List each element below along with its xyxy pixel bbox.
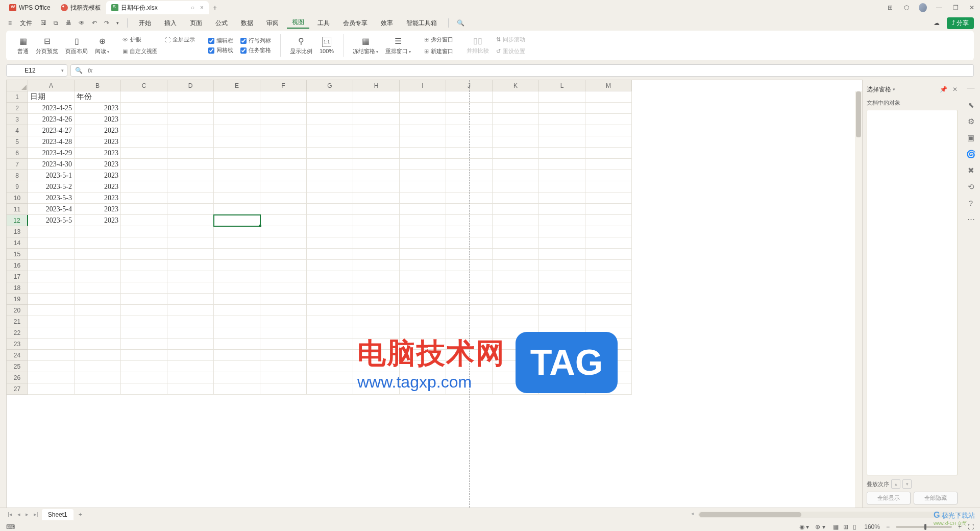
cube-icon[interactable]: ⬡ bbox=[902, 4, 911, 11]
cell[interactable] bbox=[260, 372, 307, 383]
row-header[interactable]: 5 bbox=[7, 136, 28, 148]
cell[interactable] bbox=[539, 260, 585, 271]
cell[interactable] bbox=[400, 327, 446, 339]
cell[interactable] bbox=[121, 316, 167, 327]
input-mode-icon[interactable]: ⌨ bbox=[6, 523, 15, 530]
view-page-layout[interactable]: ▯页面布局 bbox=[62, 33, 91, 58]
cell[interactable] bbox=[260, 136, 307, 148]
cell[interactable] bbox=[307, 249, 353, 260]
cell[interactable] bbox=[493, 215, 539, 226]
row-header[interactable]: 3 bbox=[7, 114, 28, 125]
cell[interactable] bbox=[353, 339, 400, 350]
cell[interactable] bbox=[493, 148, 539, 159]
cell[interactable] bbox=[167, 260, 214, 271]
cell[interactable] bbox=[493, 125, 539, 136]
cell[interactable] bbox=[307, 125, 353, 136]
cell[interactable] bbox=[400, 339, 446, 350]
fx-icon[interactable]: fx bbox=[88, 67, 92, 74]
collapse-icon[interactable]: — bbox=[967, 83, 975, 91]
cell[interactable] bbox=[214, 294, 260, 305]
cell[interactable] bbox=[493, 327, 539, 339]
cell[interactable] bbox=[539, 350, 585, 361]
cell[interactable] bbox=[167, 316, 214, 327]
cell[interactable] bbox=[493, 136, 539, 148]
cell[interactable] bbox=[121, 237, 167, 249]
cell[interactable] bbox=[307, 91, 353, 103]
cell[interactable] bbox=[585, 114, 632, 125]
cell[interactable] bbox=[28, 305, 75, 316]
cell[interactable] bbox=[121, 282, 167, 294]
chart-icon[interactable]: 🌀 bbox=[966, 150, 976, 159]
cell[interactable] bbox=[75, 361, 121, 372]
redo-icon[interactable]: ↷ bbox=[102, 19, 111, 27]
cell[interactable] bbox=[121, 136, 167, 148]
cell[interactable] bbox=[214, 114, 260, 125]
cell[interactable]: 2023-5-3 bbox=[28, 192, 75, 204]
arrange-windows[interactable]: ☰重排窗口 bbox=[382, 33, 414, 58]
select-icon[interactable]: ⬉ bbox=[968, 101, 974, 110]
view-normal-icon[interactable]: ▦ bbox=[831, 523, 840, 530]
cell[interactable] bbox=[307, 103, 353, 114]
cell[interactable] bbox=[167, 282, 214, 294]
cell[interactable] bbox=[167, 271, 214, 282]
cell[interactable] bbox=[307, 226, 353, 237]
cell[interactable] bbox=[260, 170, 307, 181]
cell[interactable] bbox=[214, 148, 260, 159]
cell[interactable] bbox=[121, 327, 167, 339]
cell[interactable] bbox=[121, 271, 167, 282]
cell[interactable] bbox=[307, 383, 353, 395]
cell[interactable]: 2023-4-30 bbox=[28, 159, 75, 170]
save-icon[interactable]: 🖫 bbox=[38, 19, 48, 27]
menu-icon[interactable]: ≡ bbox=[6, 19, 14, 27]
column-header[interactable]: F bbox=[260, 80, 307, 91]
sheet-nav-first[interactable]: |◂ bbox=[6, 511, 14, 518]
cell[interactable] bbox=[28, 316, 75, 327]
zoom-out[interactable]: − bbox=[886, 523, 890, 530]
cell[interactable] bbox=[214, 192, 260, 204]
cell[interactable] bbox=[353, 271, 400, 282]
split-window[interactable]: ⊞拆分窗口 bbox=[424, 35, 453, 44]
cell[interactable] bbox=[585, 316, 632, 327]
cell[interactable] bbox=[75, 294, 121, 305]
cell[interactable] bbox=[167, 226, 214, 237]
sheet-nav-prev[interactable]: ◂ bbox=[16, 511, 22, 518]
focus-icon[interactable]: ⊕ ▾ bbox=[815, 523, 825, 530]
cell[interactable] bbox=[167, 170, 214, 181]
cell[interactable] bbox=[214, 249, 260, 260]
view-read[interactable]: ⊕阅读 bbox=[92, 33, 112, 58]
cell[interactable] bbox=[585, 294, 632, 305]
cell[interactable] bbox=[307, 204, 353, 215]
chevron-down-icon[interactable]: ▾ bbox=[61, 68, 64, 73]
cell[interactable] bbox=[260, 294, 307, 305]
cell[interactable] bbox=[585, 170, 632, 181]
cell[interactable] bbox=[539, 361, 585, 372]
new-window[interactable]: ⊞新建窗口 bbox=[424, 46, 453, 56]
avatar[interactable] bbox=[919, 3, 927, 12]
view-page-preview[interactable]: ⊟分页预览 bbox=[33, 33, 61, 58]
name-box[interactable]: ▾ bbox=[6, 64, 67, 77]
cell[interactable] bbox=[400, 114, 446, 125]
cell[interactable] bbox=[260, 305, 307, 316]
cell[interactable] bbox=[493, 260, 539, 271]
cell[interactable] bbox=[260, 215, 307, 226]
row-header[interactable]: 27 bbox=[7, 383, 28, 395]
cell[interactable] bbox=[307, 114, 353, 125]
cell[interactable] bbox=[260, 103, 307, 114]
cell[interactable] bbox=[539, 237, 585, 249]
row-header[interactable]: 15 bbox=[7, 249, 28, 260]
cell[interactable] bbox=[75, 271, 121, 282]
cell[interactable]: 2023 bbox=[75, 125, 121, 136]
eye-icon[interactable]: ◉ ▾ bbox=[799, 523, 809, 530]
cell[interactable]: 2023-4-29 bbox=[28, 148, 75, 159]
cell[interactable] bbox=[167, 339, 214, 350]
menu-insert[interactable]: 插入 bbox=[159, 19, 182, 28]
row-header[interactable]: 19 bbox=[7, 294, 28, 305]
cell[interactable] bbox=[493, 170, 539, 181]
cell[interactable] bbox=[353, 361, 400, 372]
cell[interactable] bbox=[493, 282, 539, 294]
cell[interactable] bbox=[307, 339, 353, 350]
cell[interactable] bbox=[260, 271, 307, 282]
pin-icon[interactable]: 📌 bbox=[940, 86, 947, 93]
row-header[interactable]: 23 bbox=[7, 339, 28, 350]
cell[interactable] bbox=[167, 305, 214, 316]
